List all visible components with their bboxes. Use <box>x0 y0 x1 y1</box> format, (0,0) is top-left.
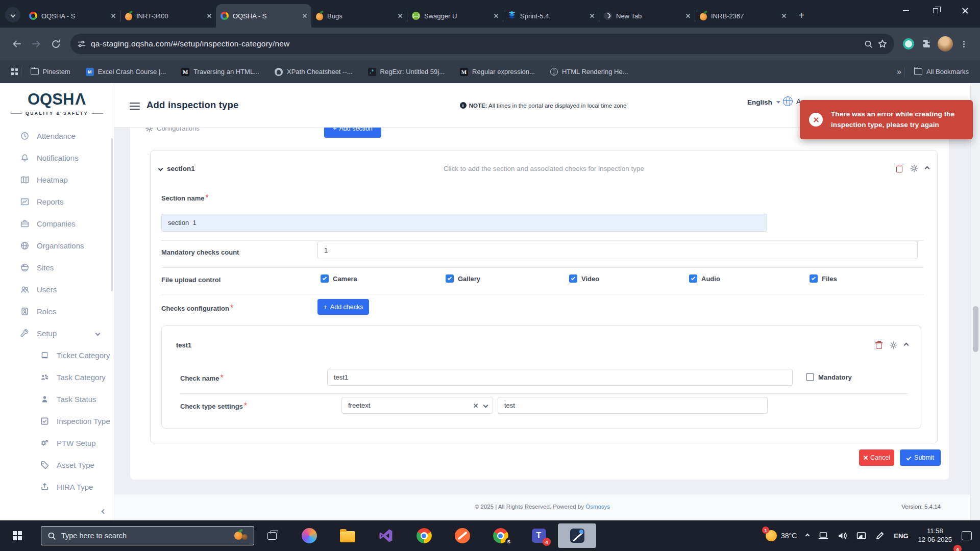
check-type-select[interactable]: freetext <box>341 397 493 414</box>
check-type-text-input[interactable] <box>498 397 768 414</box>
collapse-check-icon[interactable] <box>904 343 909 348</box>
weather-widget[interactable]: 1 38°C <box>761 520 801 551</box>
mandatory-count-input[interactable] <box>317 241 918 259</box>
action-center-button[interactable]: 4 <box>957 520 980 551</box>
tab-oqsha-active[interactable]: OQSHA - S <box>216 4 311 28</box>
clear-selection-icon[interactable] <box>473 403 478 408</box>
tab-inrt-3400[interactable]: INRT-3400 <box>120 4 216 28</box>
url-text[interactable]: qa-staging.oqsha.com/#/setup/inspection-… <box>91 39 859 48</box>
taskbar-app-chrome[interactable] <box>405 523 443 548</box>
sidebar-item-setup[interactable]: Setup <box>0 322 114 344</box>
profile-avatar[interactable] <box>936 35 954 53</box>
back-button[interactable] <box>7 34 27 54</box>
address-bar[interactable]: qa-staging.oqsha.com/#/setup/inspection-… <box>70 34 894 54</box>
language-selector[interactable]: English <box>747 98 780 106</box>
language-indicator[interactable]: ENG <box>889 520 913 551</box>
network-indicator[interactable] <box>852 520 871 551</box>
apps-grid-icon[interactable] <box>11 68 18 75</box>
sidebar-item-heatmap[interactable]: Heatmap <box>0 169 114 191</box>
checked-checkbox-icon[interactable] <box>689 274 697 283</box>
menu-toggle-button[interactable] <box>130 101 140 112</box>
submit-button[interactable]: Submit <box>900 449 941 466</box>
search-input[interactable] <box>61 532 229 540</box>
sidebar-item-reports[interactable]: Reports <box>0 191 114 213</box>
tab-close-icon[interactable] <box>494 14 498 18</box>
extension-shortcut-icon[interactable] <box>899 35 918 53</box>
tab-close-icon[interactable] <box>590 14 594 18</box>
pen-settings[interactable] <box>871 520 889 551</box>
tab-inrb-2367[interactable]: INRB-2367 <box>695 4 791 28</box>
chevron-down-icon[interactable] <box>483 403 488 408</box>
add-checks-button[interactable]: +Add checks <box>317 299 369 315</box>
bookmark-traversing-html[interactable]: M Traversing an HTML... <box>181 68 259 76</box>
sidebar-item-organisations[interactable]: Organisations <box>0 235 114 257</box>
forward-button[interactable] <box>27 34 46 54</box>
sidebar-item-hira-type[interactable]: HIRA Type <box>0 476 114 492</box>
scrollbar-thumb[interactable] <box>973 306 978 352</box>
bookmark-pinestem[interactable]: Pinestem <box>31 68 70 76</box>
extensions-button[interactable] <box>918 35 936 53</box>
bookmark-regexr[interactable]: .* RegExr: Untitled 59j... <box>368 68 445 76</box>
sidebar-item-asset-type[interactable]: Asset Type <box>0 454 114 476</box>
task-view-button[interactable] <box>254 520 290 551</box>
checked-checkbox-icon[interactable] <box>446 274 454 283</box>
bookmark-star-icon[interactable] <box>878 39 887 48</box>
oqsha-logo[interactable]: OQSH Λ QUALITY & SAFETY <box>0 83 114 132</box>
checked-checkbox-icon[interactable] <box>321 274 329 283</box>
check-name-input[interactable] <box>327 369 793 386</box>
sidebar-item-companies[interactable]: Companies <box>0 213 114 235</box>
taskbar-app-snipping-active[interactable] <box>558 523 596 548</box>
delete-section-icon[interactable] <box>896 165 903 172</box>
tray-expand-button[interactable] <box>801 520 814 551</box>
close-button[interactable] <box>950 0 980 21</box>
checkbox-files[interactable]: Files <box>810 274 837 283</box>
checked-checkbox-icon[interactable] <box>569 274 577 283</box>
check-settings-icon[interactable] <box>890 341 897 349</box>
sidebar-item-notifications[interactable]: Notifications <box>0 147 114 169</box>
sidebar-collapse-button[interactable] <box>102 506 106 515</box>
doodle-icon[interactable] <box>234 530 248 541</box>
sidebar-item-attendance[interactable]: Attendance <box>0 132 114 147</box>
battery-indicator[interactable] <box>814 520 833 551</box>
chevron-down-icon[interactable] <box>158 166 163 171</box>
section-settings-icon[interactable] <box>910 164 918 172</box>
bookmark-xpath-cheatsheet[interactable]: XPath Cheatsheet --... <box>275 68 353 76</box>
scrollbar[interactable] <box>970 83 980 520</box>
section-name-input[interactable] <box>161 214 767 232</box>
volume-control[interactable] <box>833 520 852 551</box>
mandatory-checkbox[interactable]: Mandatory <box>806 373 852 381</box>
taskbar-app-visual-studio[interactable] <box>366 523 405 548</box>
checkbox-camera[interactable]: Camera <box>321 274 357 283</box>
sidebar-item-sites[interactable]: Sites <box>0 257 114 279</box>
sidebar-item-inspection-type[interactable]: Inspection Type <box>0 410 114 432</box>
reload-button[interactable] <box>46 34 65 54</box>
bookmark-html-rendering[interactable]: HTML Rendering He... <box>550 68 628 76</box>
restore-button[interactable] <box>921 0 950 21</box>
tab-close-icon[interactable] <box>398 14 402 18</box>
osmosys-link[interactable]: Osmosys <box>585 504 610 510</box>
taskbar-app-copilot[interactable] <box>290 523 328 548</box>
add-section-button[interactable]: + Add section <box>324 128 381 138</box>
tab-bugs[interactable]: Bugs <box>311 4 407 28</box>
browser-menu-button[interactable] <box>954 35 973 53</box>
sidebar-item-roles[interactable]: Roles <box>0 300 114 322</box>
collapse-section-icon[interactable] <box>925 166 930 171</box>
unchecked-checkbox-icon[interactable] <box>806 373 814 381</box>
start-button[interactable] <box>0 520 35 551</box>
tab-sprint[interactable]: Sprint-5.4. <box>503 4 599 28</box>
delete-check-icon[interactable] <box>875 341 883 349</box>
checkbox-gallery[interactable]: Gallery <box>446 274 480 283</box>
bookmark-excel-course[interactable]: M Excel Crash Course |... <box>86 68 166 76</box>
sidebar-item-task-status[interactable]: Task Status <box>0 388 114 410</box>
tab-new-tab[interactable]: New Tab <box>599 4 695 28</box>
tab-search-button[interactable] <box>5 7 20 22</box>
tab-close-icon[interactable] <box>207 14 211 18</box>
bookmark-regular-expression[interactable]: M Regular expression... <box>460 68 535 76</box>
checkbox-video[interactable]: Video <box>569 274 599 283</box>
sidebar-item-users[interactable]: Users <box>0 279 114 300</box>
taskbar-app-file-explorer[interactable] <box>328 523 366 548</box>
bookmarks-overflow-button[interactable]: » <box>897 67 901 77</box>
tab-swagger[interactable]: Swagger U <box>407 4 503 28</box>
minimize-button[interactable] <box>891 0 921 21</box>
section-header[interactable]: Click to add the section and associated … <box>159 161 929 176</box>
